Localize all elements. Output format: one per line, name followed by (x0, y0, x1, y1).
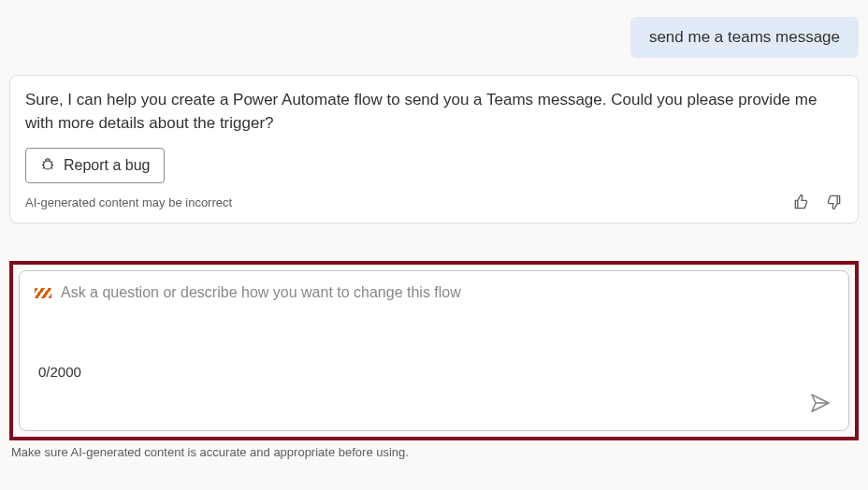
feedback-controls (792, 193, 843, 211)
user-message-text: send me a teams message (649, 28, 840, 46)
svg-line-4 (51, 162, 53, 163)
input-card: 0/2000 (19, 270, 849, 431)
svg-line-3 (43, 162, 45, 163)
report-bug-label: Report a bug (64, 157, 151, 174)
input-highlight-frame: 0/2000 (9, 261, 859, 440)
char-counter: 0/2000 (38, 364, 81, 380)
user-message-row: send me a teams message (9, 17, 859, 58)
prompt-input[interactable] (61, 284, 833, 301)
ai-response-card: Sure, I can help you create a Power Auto… (9, 75, 859, 223)
ai-disclaimer: AI-generated content may be incorrect (25, 195, 232, 209)
user-message-bubble: send me a teams message (630, 17, 859, 58)
ai-response-text: Sure, I can help you create a Power Auto… (25, 89, 843, 135)
bug-icon (39, 155, 56, 176)
footer-note: Make sure AI-generated content is accura… (9, 445, 859, 459)
construction-icon (35, 288, 51, 298)
report-bug-button[interactable]: Report a bug (25, 148, 165, 183)
disclaimer-row: AI-generated content may be incorrect (25, 193, 843, 211)
send-button[interactable] (809, 392, 832, 417)
svg-line-6 (51, 168, 53, 169)
input-row (35, 284, 833, 301)
svg-point-0 (44, 161, 52, 169)
thumbs-up-button[interactable] (792, 193, 811, 211)
chat-area: send me a teams message Sure, I can help… (9, 9, 859, 459)
thumbs-down-button[interactable] (824, 193, 843, 211)
svg-line-5 (43, 168, 45, 169)
